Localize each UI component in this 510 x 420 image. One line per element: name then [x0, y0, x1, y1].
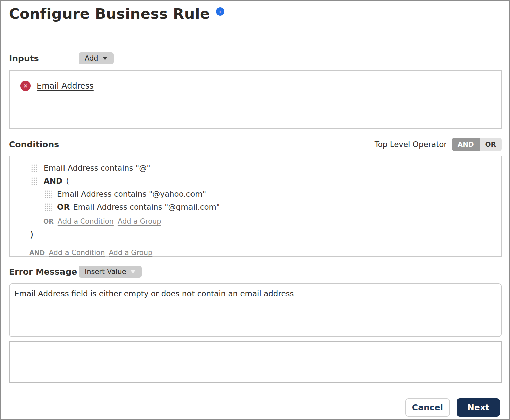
- title-row: Configure Business Rule i: [9, 4, 502, 23]
- chevron-down-icon: [130, 270, 136, 273]
- next-button[interactable]: Next: [457, 398, 500, 417]
- info-icon[interactable]: i: [216, 7, 224, 16]
- outer-add-group-link[interactable]: Add a Group: [109, 249, 152, 257]
- drag-handle-icon[interactable]: [44, 203, 52, 211]
- inputs-heading: Inputs: [9, 54, 39, 63]
- inner-add-group-link[interactable]: Add a Group: [118, 217, 161, 225]
- input-item-email-address: ✕ Email Address: [20, 81, 501, 91]
- add-input-button[interactable]: Add: [79, 52, 114, 64]
- error-message-header: Error Message Insert Value: [9, 266, 502, 278]
- condition-text[interactable]: Email Address contains "@gmail.com": [73, 203, 220, 211]
- top-level-add-row: AND Add a Condition Add a Group: [10, 249, 501, 257]
- operator-toggle: AND OR: [452, 138, 502, 151]
- group-close-paren: ): [10, 229, 501, 239]
- insert-value-button-label: Insert Value: [85, 268, 126, 276]
- condition-text[interactable]: Email Address contains "@yahoo.com": [57, 190, 206, 198]
- chevron-down-icon: [102, 57, 108, 60]
- inputs-panel: ✕ Email Address: [9, 70, 502, 129]
- operator-toggle-and[interactable]: AND: [452, 138, 480, 151]
- secondary-text-box[interactable]: [9, 341, 502, 383]
- inputs-header: Inputs Add: [9, 52, 502, 65]
- configure-business-rule-dialog: Configure Business Rule i Inputs Add ✕ E…: [0, 0, 510, 420]
- condition-group-row: AND (: [10, 176, 501, 186]
- condition-row: OR Email Address contains "@gmail.com": [10, 202, 501, 212]
- condition-text[interactable]: Email Address contains "@": [44, 164, 150, 172]
- delete-input-icon[interactable]: ✕: [20, 81, 31, 91]
- condition-operator: OR: [57, 203, 70, 211]
- conditions-header: Conditions Top Level Operator AND OR: [9, 138, 502, 151]
- drag-handle-icon[interactable]: [31, 177, 38, 185]
- outer-add-condition-link[interactable]: Add a Condition: [49, 249, 105, 257]
- error-message-heading: Error Message: [9, 267, 77, 277]
- drag-handle-icon[interactable]: [31, 164, 38, 172]
- drag-handle-icon[interactable]: [44, 190, 52, 198]
- conditions-panel: Email Address contains "@" AND ( Email A…: [9, 156, 502, 257]
- condition-row: Email Address contains "@": [10, 163, 501, 173]
- group-open-paren: (: [66, 177, 69, 185]
- top-level-operator-control: Top Level Operator AND OR: [375, 138, 502, 151]
- top-level-operator-label: Top Level Operator: [375, 140, 447, 149]
- cancel-button[interactable]: Cancel: [405, 398, 450, 417]
- inner-add-operator: OR: [43, 218, 54, 225]
- page-title: Configure Business Rule: [9, 4, 210, 23]
- inner-add-condition-link[interactable]: Add a Condition: [58, 217, 114, 225]
- conditions-heading: Conditions: [9, 140, 59, 149]
- outer-add-operator: AND: [29, 249, 45, 256]
- input-email-address-link[interactable]: Email Address: [37, 81, 94, 91]
- operator-toggle-or[interactable]: OR: [480, 138, 502, 151]
- inner-group-add-row: OR Add a Condition Add a Group: [10, 217, 501, 225]
- condition-row: Email Address contains "@yahoo.com": [10, 189, 501, 199]
- condition-operator: AND: [44, 177, 62, 185]
- insert-value-button[interactable]: Insert Value: [79, 266, 142, 278]
- footer-actions: Cancel Next: [9, 398, 502, 417]
- add-input-button-label: Add: [85, 54, 98, 62]
- error-message-textarea[interactable]: Email Address field is either empty or d…: [9, 283, 502, 337]
